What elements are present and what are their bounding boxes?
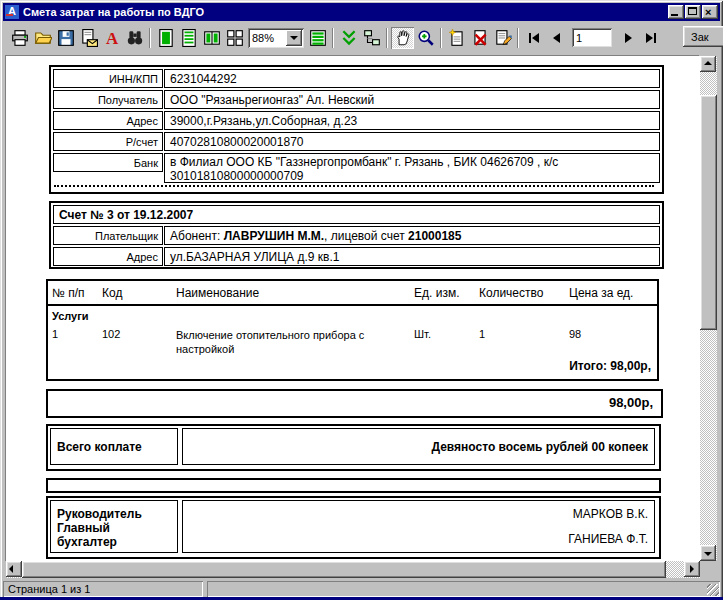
total-words-label: Всего коплате	[50, 428, 178, 465]
scroll-up-button[interactable]	[700, 56, 716, 72]
scroll-right-button[interactable]	[684, 561, 700, 577]
scroll-left-button[interactable]	[6, 561, 22, 577]
resize-grip[interactable]	[707, 584, 719, 596]
delete-page-icon	[471, 29, 489, 47]
col-header: Наименование	[176, 286, 259, 300]
view-continuous-button[interactable]	[177, 27, 200, 49]
nav-next-icon	[620, 30, 636, 46]
toolbar-separator	[517, 28, 519, 48]
save-icon	[57, 29, 75, 47]
edit-page-icon	[494, 29, 512, 47]
total-words-value: Девяносто восемь рублей 00 копеек	[182, 428, 655, 465]
field-value: 6231044292	[164, 69, 660, 88]
field-label: Плательщик	[53, 226, 163, 245]
text-view-button[interactable]	[306, 27, 329, 49]
binoculars-icon	[126, 29, 144, 47]
horizontal-scroll-thumb[interactable]	[22, 561, 666, 578]
view-multipage-button[interactable]	[223, 27, 246, 49]
item-unit: Шт.	[414, 328, 431, 340]
sum-box: 98,00р,	[46, 389, 663, 418]
open-button[interactable]	[31, 27, 54, 49]
accountant-label: Главный бухгалтер	[57, 521, 171, 549]
collapse-sections-button[interactable]	[337, 27, 360, 49]
maximize-button[interactable]	[685, 5, 701, 19]
save-button[interactable]	[54, 27, 77, 49]
nav-prev-button[interactable]	[545, 27, 568, 49]
status-bar: Страница 1 из 1	[3, 579, 720, 597]
toolbar-separator	[149, 28, 151, 48]
close-preview-button[interactable]: Зак	[683, 26, 723, 47]
double-chevron-down-icon	[340, 29, 358, 47]
field-value: в Филиал ООО КБ "Газзнергопромбанк" г. Р…	[164, 153, 660, 183]
vertical-scroll-thumb[interactable]	[700, 95, 717, 330]
items-table: № п/п Код Наименование Ед. изм. Количест…	[46, 279, 659, 381]
view-continuous-icon	[180, 29, 198, 47]
close-button[interactable]: ×	[702, 5, 718, 19]
field-label: Адрес	[53, 247, 163, 266]
document-preview[interactable]: ИНН/КПП 6231044292 Получатель ООО "Рязан…	[5, 55, 700, 562]
vertical-scrollbar[interactable]	[700, 56, 717, 561]
minimize-button[interactable]	[668, 5, 684, 19]
view-single-page-icon	[157, 29, 175, 47]
window-title: Смета затрат на работы по ВДГО	[23, 6, 667, 18]
table-total: Итого: 98,00р,	[569, 359, 651, 373]
horizontal-scrollbar[interactable]	[6, 561, 700, 578]
dashed-separator	[54, 185, 654, 187]
export-button[interactable]	[77, 27, 100, 49]
empty-box	[46, 478, 661, 493]
view-single-page-button[interactable]	[154, 27, 177, 49]
col-header: Код	[102, 286, 122, 300]
nav-first-button[interactable]	[522, 27, 545, 49]
arrow-right-icon	[690, 565, 694, 573]
hand-tool-button[interactable]	[391, 27, 414, 49]
nav-last-icon	[643, 30, 659, 46]
nav-next-button[interactable]	[616, 27, 639, 49]
header-divider	[48, 304, 657, 306]
status-panel	[207, 581, 720, 597]
hand-icon	[394, 29, 412, 47]
payer-account: 21000185	[408, 229, 461, 243]
edit-page-button[interactable]	[491, 27, 514, 49]
total-words-section: Всего коплате Девяносто восемь рублей 00…	[46, 424, 661, 471]
page-number-input[interactable]	[572, 28, 612, 47]
field-label: Банк	[53, 153, 163, 172]
nav-last-button[interactable]	[639, 27, 662, 49]
col-header: Ед. изм.	[414, 286, 459, 300]
group-label: Услуги	[52, 310, 89, 322]
nav-prev-icon	[549, 30, 565, 46]
report-page: ИНН/КПП 6231044292 Получатель ООО "Рязан…	[7, 57, 700, 562]
field-label: Получатель	[53, 90, 163, 109]
view-facing-button[interactable]	[200, 27, 223, 49]
new-page-button[interactable]	[445, 27, 468, 49]
field-value: 40702810800020001870	[164, 132, 660, 151]
print-button[interactable]	[8, 27, 31, 49]
toolbar: A 88% Зак	[3, 23, 720, 52]
arrow-left-icon	[9, 565, 13, 573]
field-value: ООО "Рязаньрегионгаз" Ал. Невский	[164, 90, 660, 109]
scroll-down-button[interactable]	[700, 545, 716, 561]
zoom-combobox[interactable]: 88%	[248, 28, 304, 48]
item-name: Включение отопительного прибора с настро…	[176, 328, 402, 356]
scrollbar-corner	[700, 561, 717, 578]
zoom-value: 88%	[248, 28, 286, 48]
close-icon: ×	[705, 6, 711, 18]
pdf-export-button[interactable]: A	[100, 27, 123, 49]
nav-first-icon	[526, 30, 542, 46]
item-price: 98	[569, 328, 581, 340]
outline-tree-button[interactable]	[360, 27, 383, 49]
combo-dropdown-icon[interactable]	[286, 30, 302, 46]
field-label: Р/счет	[53, 132, 163, 151]
zoom-in-icon	[417, 29, 435, 47]
payer-name: ЛАВРУШИН М.М.	[224, 229, 324, 243]
new-page-icon	[448, 29, 466, 47]
view-multipage-icon	[226, 29, 244, 47]
invoice-section: Счет № 3 от 19.12.2007 Плательщик Абонен…	[49, 201, 664, 269]
find-button[interactable]	[123, 27, 146, 49]
zoom-in-button[interactable]	[414, 27, 437, 49]
text-view-icon	[309, 29, 327, 47]
minimize-icon	[671, 14, 678, 16]
payer-value: Абонент: ЛАВРУШИН М.М., лицевой счет 210…	[164, 226, 660, 245]
delete-page-button[interactable]	[468, 27, 491, 49]
page-info-panel: Страница 1 из 1	[3, 581, 203, 597]
toolbar-separator	[440, 28, 442, 48]
